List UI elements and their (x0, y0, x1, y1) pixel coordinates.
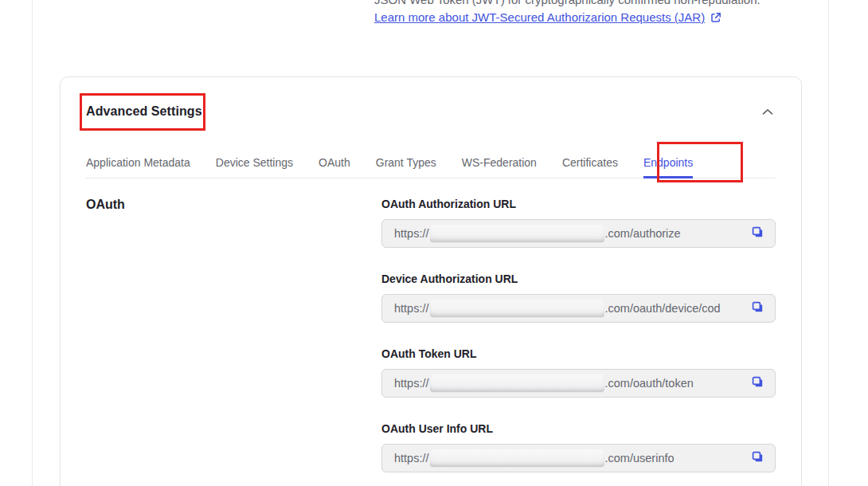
url-readonly-box: https:// .com/oauth/device/cod (381, 294, 776, 323)
redacted-tenant-domain (430, 449, 604, 467)
field-label: OAuth Token URL (381, 347, 776, 361)
field-label: OAuth User Info URL (381, 421, 776, 436)
collapse-card-button[interactable] (760, 104, 775, 120)
tab-certificates[interactable]: Certificates (562, 155, 618, 178)
endpoints-panel: OAuth OAuth Authorization URL https:// .… (61, 178, 801, 486)
url-prefix: https:// (394, 227, 429, 240)
url-suffix: .com/oauth/token (605, 377, 694, 390)
field-label: OAuth Authorization URL (381, 197, 776, 211)
tab-oauth[interactable]: OAuth (319, 155, 350, 178)
copy-button[interactable] (751, 375, 764, 391)
field-device-authorization-url: Device Authorization URL https:// .com/o… (381, 272, 776, 323)
tab-application-metadata[interactable]: Application Metadata (86, 155, 190, 178)
url-readonly-box: https:// .com/userinfo (381, 444, 776, 472)
tab-device-settings[interactable]: Device Settings (216, 155, 293, 178)
jar-learn-more-link[interactable]: Learn more about JWT-Secured Authorizari… (374, 10, 705, 25)
url-suffix: .com/oauth/device/cod (605, 302, 721, 315)
field-label: Device Authorization URL (381, 272, 776, 286)
jwt-description-text: JSON Web Token (JWT) for cryptographical… (374, 0, 760, 8)
copy-icon (751, 300, 764, 316)
tab-endpoints[interactable]: Endpoints (643, 155, 693, 178)
redacted-tenant-domain (430, 225, 604, 242)
url-suffix: .com/authorize (605, 227, 681, 240)
card-header: Advanced Settings (61, 77, 801, 120)
copy-button[interactable] (751, 225, 764, 241)
url-suffix: .com/userinfo (605, 452, 674, 464)
advanced-settings-title: Advanced Settings (86, 104, 202, 120)
redacted-tenant-domain (430, 374, 604, 392)
field-oauth-authorization-url: OAuth Authorization URL https:// .com/au… (381, 197, 776, 248)
url-prefix: https:// (394, 377, 429, 390)
oauth-section-title: OAuth (86, 197, 381, 213)
copy-icon (751, 450, 764, 466)
redacted-tenant-domain (430, 300, 604, 317)
jwt-intro-block: JSON Web Token (JWT) for cryptographical… (374, 0, 760, 25)
external-link-icon (710, 12, 721, 23)
copy-button[interactable] (751, 450, 764, 466)
settings-tab-bar: Application Metadata Device Settings OAu… (86, 155, 776, 178)
chevron-up-icon (762, 106, 773, 118)
tab-grant-types[interactable]: Grant Types (376, 155, 436, 178)
url-prefix: https:// (394, 452, 429, 464)
copy-button[interactable] (751, 300, 764, 316)
url-readonly-box: https:// .com/oauth/token (381, 369, 776, 398)
left-guide-line (32, 0, 33, 486)
url-prefix: https:// (394, 302, 429, 315)
field-oauth-user-info-url: OAuth User Info URL https:// .com/userin… (381, 421, 776, 472)
right-guide-line (828, 0, 829, 486)
advanced-settings-card: Advanced Settings Application Metadata D… (60, 76, 802, 486)
field-oauth-token-url: OAuth Token URL https:// .com/oauth/toke… (381, 347, 776, 398)
copy-icon (751, 225, 764, 241)
tab-ws-federation[interactable]: WS-Federation (462, 155, 537, 178)
url-readonly-box: https:// .com/authorize (381, 219, 776, 248)
copy-icon (751, 375, 764, 391)
